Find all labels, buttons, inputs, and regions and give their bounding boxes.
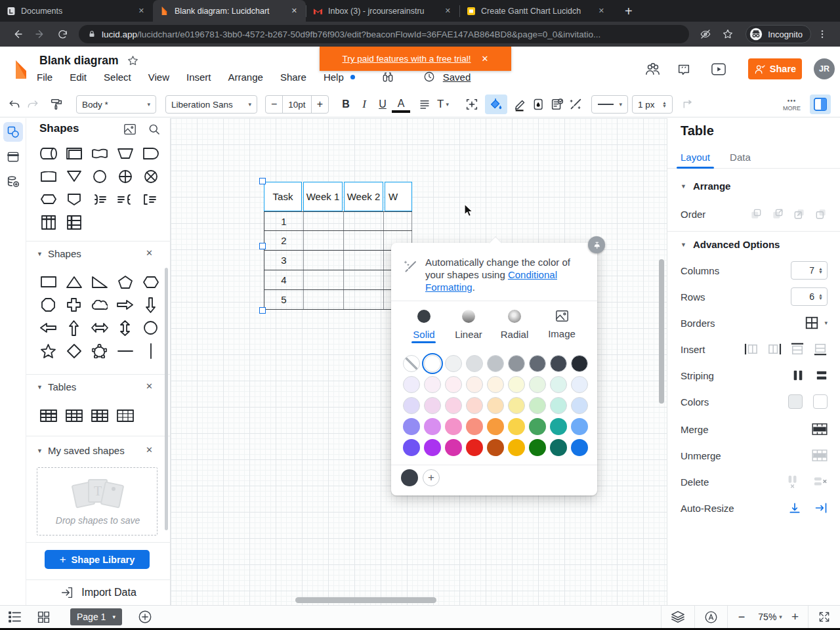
browser-tab-lucidchart[interactable]: Blank diagram: Lucidchart ✕ <box>153 0 306 22</box>
outline-list-icon[interactable] <box>8 610 22 623</box>
color-swatch[interactable] <box>445 355 462 372</box>
auto-resize-width-icon[interactable] <box>814 501 828 514</box>
send-backward-icon[interactable] <box>793 207 806 220</box>
tab-close-icon[interactable]: ✕ <box>595 5 608 16</box>
shape-cross[interactable] <box>61 293 87 316</box>
color-swatch[interactable] <box>529 418 546 435</box>
tables-section-close-icon[interactable]: ✕ <box>146 381 153 391</box>
insert-row-above-icon[interactable] <box>790 343 805 356</box>
shape-flag[interactable] <box>87 142 112 165</box>
text-options-button[interactable]: T▾ <box>434 94 452 114</box>
panel-toggle-button[interactable] <box>810 94 831 114</box>
shape-data-button[interactable] <box>548 94 566 114</box>
color-swatch[interactable] <box>403 439 420 456</box>
color-swatch[interactable] <box>550 397 567 414</box>
shape-offpage-connector[interactable] <box>61 188 87 211</box>
italic-button[interactable]: I <box>355 94 373 114</box>
saved-shapes-dropzone[interactable]: T Drop shapes to save <box>37 467 158 536</box>
tab-layout[interactable]: Layout <box>681 152 710 163</box>
spin-down-icon[interactable]: ▼ <box>662 104 667 108</box>
table-cell[interactable] <box>344 290 384 309</box>
shape-horizontal-cylinder[interactable] <box>35 142 61 165</box>
menu-insert[interactable]: Insert <box>186 72 211 83</box>
shape-arrow-up[interactable] <box>61 316 87 339</box>
unmerge-cells-icon[interactable] <box>812 450 828 461</box>
bring-to-front-icon[interactable] <box>771 207 784 220</box>
shape-cloud[interactable] <box>87 293 112 316</box>
pin-button[interactable] <box>588 236 605 253</box>
bring-forward-icon[interactable] <box>749 207 763 220</box>
table-cell[interactable] <box>304 290 344 309</box>
color-swatch[interactable] <box>487 355 504 372</box>
table-row[interactable]: 1 <box>264 211 412 231</box>
table-cell[interactable] <box>344 231 384 250</box>
color-swatch[interactable] <box>571 439 588 456</box>
shape-arrow-double-vertical[interactable] <box>112 316 138 339</box>
color-swatch[interactable] <box>571 397 588 414</box>
tutorial-video-icon[interactable] <box>711 63 726 75</box>
shape-or-junction[interactable] <box>112 165 138 188</box>
collaborators-icon[interactable] <box>644 62 662 76</box>
shape-octagon[interactable] <box>35 293 61 316</box>
color-swatch[interactable] <box>571 355 588 372</box>
arrange-section-header[interactable]: ▼Arrange <box>681 180 730 192</box>
merge-cells-icon[interactable] <box>812 423 828 435</box>
zoom-caret-icon[interactable]: ▾ <box>779 614 782 620</box>
bookmark-star-icon[interactable] <box>717 24 739 44</box>
shape-arrow-left[interactable] <box>35 316 61 339</box>
shape-table-columns[interactable] <box>35 211 61 234</box>
menu-view[interactable]: View <box>148 72 169 83</box>
fill-tab-linear[interactable]: Linear <box>448 310 490 340</box>
page-selector[interactable]: Page 1▾ <box>70 608 122 625</box>
shape-diamond[interactable] <box>61 339 87 362</box>
shadow-button[interactable] <box>530 94 548 114</box>
color-swatch[interactable] <box>445 376 462 393</box>
browser-tab-documents[interactable]: Documents ✕ <box>0 0 153 22</box>
fullscreen-icon[interactable] <box>818 610 831 623</box>
color-swatch[interactable] <box>508 355 525 372</box>
swatch-no-fill[interactable] <box>403 355 420 372</box>
image-search-icon[interactable] <box>123 123 136 135</box>
advanced-options-header[interactable]: ▼Advanced Options <box>681 239 780 250</box>
tab-close-icon[interactable]: ✕ <box>135 5 148 16</box>
borders-all-icon[interactable] <box>805 316 819 330</box>
table-shape-3[interactable] <box>87 404 112 427</box>
table-cell[interactable] <box>304 251 344 270</box>
user-avatar[interactable]: JR <box>814 58 835 79</box>
font-size-value[interactable]: 10pt <box>282 96 311 113</box>
shape-library-button[interactable]: +Shape Library <box>45 550 150 569</box>
table-shape-4[interactable] <box>112 404 138 427</box>
shape-triangle[interactable] <box>61 270 87 293</box>
custom-color-swatch[interactable] <box>401 469 418 486</box>
rail-document-button[interactable] <box>3 147 23 167</box>
canvas-vertical-scrollbar[interactable] <box>659 259 664 404</box>
shape-freeform-polygon[interactable] <box>87 339 112 362</box>
shape-internal-storage[interactable] <box>61 142 87 165</box>
browser-menu-icon[interactable] <box>811 24 833 44</box>
tab-close-icon[interactable]: ✕ <box>442 5 454 16</box>
table-cell[interactable]: 1 <box>264 212 304 230</box>
table-header-cell[interactable]: Week 1 <box>303 182 343 211</box>
table-row[interactable]: 3 <box>264 251 412 270</box>
eye-off-icon[interactable] <box>694 24 717 44</box>
table-cell[interactable] <box>304 270 344 289</box>
table-header-cell[interactable]: W <box>385 182 412 211</box>
insert-column-right-icon[interactable] <box>767 343 782 355</box>
back-button[interactable] <box>7 24 29 44</box>
shape-summing-junction[interactable] <box>138 165 163 188</box>
color-swatch[interactable] <box>571 418 588 435</box>
shape-merge-triangle[interactable] <box>61 165 87 188</box>
menu-file[interactable]: File <box>37 72 52 83</box>
borders-caret-icon[interactable]: ▾ <box>824 320 828 326</box>
menu-arrange[interactable]: Arrange <box>228 72 263 83</box>
table-cell[interactable]: 4 <box>264 270 304 289</box>
delete-column-icon[interactable] <box>786 474 800 489</box>
table-cell[interactable]: 5 <box>264 290 304 309</box>
delete-row-icon[interactable] <box>813 474 828 489</box>
comments-icon[interactable] <box>677 62 691 77</box>
shape-preparation[interactable] <box>35 188 61 211</box>
share-button[interactable]: Share <box>748 58 802 79</box>
horizontal-striping-icon[interactable] <box>816 369 828 381</box>
color-swatch[interactable] <box>487 376 504 393</box>
saved-shapes-close-icon[interactable]: ✕ <box>146 445 153 455</box>
